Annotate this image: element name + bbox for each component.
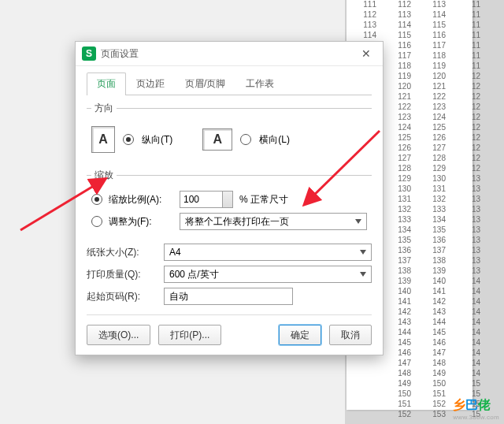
scale-ratio-spinner[interactable]: 100 ▲▼	[180, 191, 233, 208]
scale-fit-radio[interactable]	[91, 216, 102, 227]
orientation-group: 方向 A 纵向(T) A 横向(L)	[87, 102, 372, 161]
start-page-label: 起始页码(R):	[87, 290, 159, 303]
paper-size-label: 纸张大小(Z):	[87, 246, 159, 259]
landscape-icon: A	[202, 128, 232, 151]
options-button[interactable]: 选项(O)...	[87, 325, 150, 345]
tab-page[interactable]: 页面	[87, 73, 126, 95]
print-button[interactable]: 打印(P)...	[158, 325, 221, 345]
print-quality-label: 打印质量(Q):	[87, 268, 159, 281]
app-icon: S	[82, 46, 96, 61]
close-icon[interactable]: ✕	[356, 47, 376, 60]
scale-fit-dropdown[interactable]: 将整个工作表打印在一页	[180, 213, 367, 230]
tab-bar: 页面 页边距 页眉/页脚 工作表	[87, 73, 372, 95]
portrait-label: 纵向(T)	[142, 133, 172, 147]
scale-fit-label: 调整为(F):	[109, 215, 173, 229]
portrait-icon: A	[91, 126, 115, 153]
scale-ratio-label: 缩放比例(A):	[109, 193, 173, 206]
landscape-radio[interactable]	[240, 134, 251, 145]
tab-margins[interactable]: 页边距	[126, 73, 175, 95]
scaling-legend: 缩放	[91, 169, 117, 182]
paper-size-dropdown[interactable]: A4	[164, 244, 372, 261]
cancel-button[interactable]: 取消	[329, 325, 372, 345]
start-page-input[interactable]: 自动	[164, 288, 293, 305]
dialog-titlebar[interactable]: S 页面设置 ✕	[76, 42, 383, 66]
ok-button[interactable]: 确定	[279, 325, 321, 345]
print-quality-dropdown[interactable]: 600 点/英寸	[164, 266, 372, 283]
scale-ratio-radio[interactable]	[91, 194, 102, 205]
landscape-label: 横向(L)	[259, 133, 290, 147]
orientation-legend: 方向	[91, 102, 117, 115]
page-setup-dialog: S 页面设置 ✕ 页面 页边距 页眉/页脚 工作表 方向 A 纵向(T) A 横…	[75, 41, 384, 355]
scale-ratio-suffix: % 正常尺寸	[239, 193, 288, 206]
portrait-radio[interactable]	[123, 134, 134, 145]
tab-header-footer[interactable]: 页眉/页脚	[175, 73, 235, 95]
scaling-group: 缩放 缩放比例(A): 100 ▲▼ % 正常尺寸 调整为(F): 将整个工作表…	[87, 169, 372, 236]
tab-sheet[interactable]: 工作表	[235, 73, 284, 95]
dialog-title: 页面设置	[101, 47, 356, 61]
